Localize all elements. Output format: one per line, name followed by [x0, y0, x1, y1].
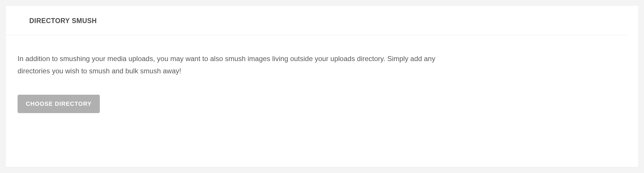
panel-body: In addition to smushing your media uploa… — [6, 35, 638, 125]
choose-directory-button[interactable]: CHOOSE DIRECTORY — [18, 95, 100, 113]
directory-smush-panel: DIRECTORY SMUSH In addition to smushing … — [6, 6, 638, 167]
panel-header: DIRECTORY SMUSH — [6, 6, 627, 35]
panel-title: DIRECTORY SMUSH — [29, 17, 609, 25]
panel-description: In addition to smushing your media uploa… — [18, 53, 451, 77]
